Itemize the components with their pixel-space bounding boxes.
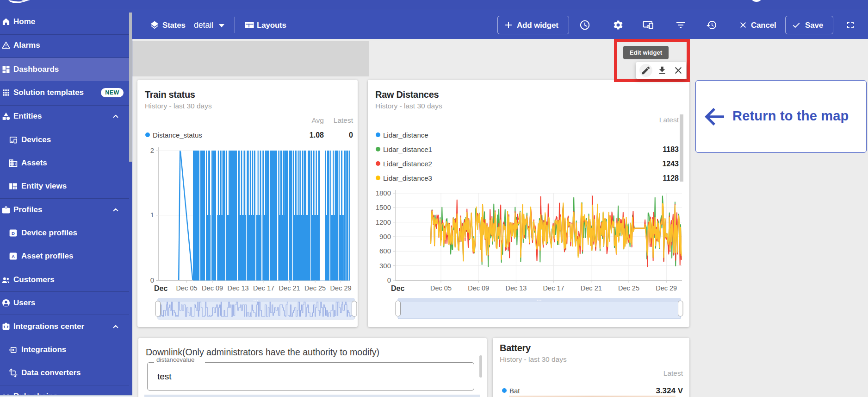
svg-text:Dec 09: Dec 09: [202, 284, 223, 292]
svg-text:Dec: Dec: [154, 284, 167, 292]
svg-text:900: 900: [379, 233, 391, 240]
svg-text:Dec 25: Dec 25: [304, 284, 326, 292]
svg-text:Dec: Dec: [391, 284, 404, 292]
svg-text:0: 0: [150, 276, 154, 284]
svg-text:Dec 05: Dec 05: [430, 284, 452, 292]
svg-text:Dec 29: Dec 29: [330, 284, 352, 292]
svg-text:600: 600: [379, 247, 391, 255]
svg-text:2: 2: [150, 146, 154, 154]
svg-text:D: D: [12, 231, 15, 236]
svg-text:300: 300: [379, 262, 391, 270]
svg-text:1800: 1800: [376, 189, 391, 197]
svg-text:Dec 13: Dec 13: [505, 284, 527, 292]
svg-text:1500: 1500: [376, 203, 391, 211]
svg-text:Dec 09: Dec 09: [468, 284, 489, 292]
svg-text:Dec 29: Dec 29: [656, 284, 677, 292]
svg-text:Dec 21: Dec 21: [279, 284, 300, 292]
svg-text:Dec 13: Dec 13: [228, 284, 249, 292]
svg-text:Dec 21: Dec 21: [581, 284, 602, 292]
svg-text:1200: 1200: [376, 218, 391, 226]
svg-text:Dec 17: Dec 17: [253, 284, 274, 292]
svg-text:Dec 05: Dec 05: [176, 284, 198, 292]
svg-text:0: 0: [387, 276, 391, 284]
svg-text:Dec 17: Dec 17: [543, 284, 564, 292]
svg-text:1: 1: [150, 211, 154, 219]
svg-text:A: A: [12, 254, 15, 259]
svg-text:Dec 25: Dec 25: [618, 284, 639, 292]
